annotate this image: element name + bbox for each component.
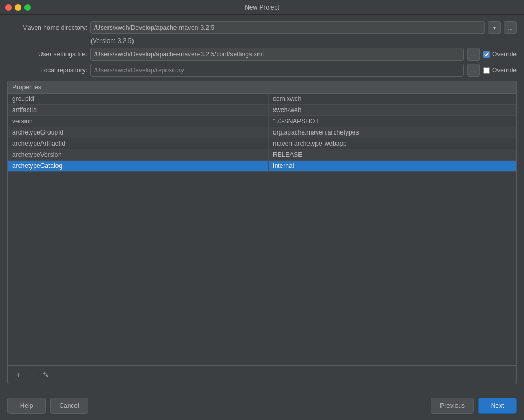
- property-key: archetypeArtifactId: [8, 138, 269, 149]
- maven-home-dropdown-button[interactable]: ▾: [488, 21, 501, 34]
- edit-property-button[interactable]: ✎: [40, 369, 52, 381]
- property-key: version: [8, 116, 269, 127]
- property-value: com.xwch: [269, 94, 516, 104]
- user-settings-override-checkbox[interactable]: [483, 51, 490, 58]
- plus-icon: +: [16, 371, 20, 379]
- window-controls[interactable]: [5, 4, 31, 11]
- properties-header: Properties: [8, 81, 516, 94]
- property-key: groupId: [8, 94, 269, 104]
- property-value: 1.0-SNAPSHOT: [269, 116, 516, 127]
- table-row[interactable]: artifactIdxwch-web: [8, 105, 516, 116]
- property-value: RELEASE: [269, 149, 516, 160]
- dots-icon: ...: [471, 51, 476, 57]
- property-value: xwch-web: [269, 105, 516, 115]
- help-button[interactable]: Help: [7, 398, 46, 414]
- title-bar: New Project: [0, 0, 524, 15]
- maven-version-text: (Version: 3.2.5): [7, 37, 517, 45]
- bottom-bar: Help Cancel Previous Next: [0, 391, 524, 420]
- local-repo-override-checkbox[interactable]: [483, 67, 490, 74]
- table-row[interactable]: archetypeCataloginternal: [8, 161, 516, 172]
- maven-home-input[interactable]: [90, 21, 485, 34]
- minimize-button[interactable]: [15, 4, 21, 11]
- user-settings-override-text: Override: [492, 51, 517, 58]
- main-content: Maven home directory: ▾ ... (Version: 3.…: [0, 15, 524, 391]
- next-button[interactable]: Next: [478, 398, 517, 414]
- minus-icon: −: [30, 371, 34, 379]
- properties-panel: Properties groupIdcom.xwchartifactIdxwch…: [7, 81, 517, 384]
- properties-table: groupIdcom.xwchartifactIdxwch-webversion…: [8, 94, 516, 365]
- table-row[interactable]: groupIdcom.xwch: [8, 94, 516, 105]
- user-settings-input[interactable]: [90, 48, 464, 61]
- table-row[interactable]: archetypeArtifactIdmaven-archetype-webap…: [8, 138, 516, 149]
- local-repo-browse-button[interactable]: ...: [467, 64, 480, 77]
- edit-icon: ✎: [43, 371, 49, 379]
- add-property-button[interactable]: +: [12, 369, 24, 381]
- local-repo-label: Local repository:: [7, 66, 87, 74]
- table-row[interactable]: archetypeGroupIdorg.apache.maven.archety…: [8, 127, 516, 138]
- user-settings-row: User settings file: ... Override: [7, 48, 517, 61]
- remove-property-button[interactable]: −: [26, 369, 38, 381]
- property-key: archetypeCatalog: [8, 161, 269, 171]
- property-key: archetypeGroupId: [8, 127, 269, 138]
- property-value: maven-archetype-webapp: [269, 138, 516, 149]
- table-row[interactable]: archetypeVersionRELEASE: [8, 149, 516, 161]
- window-title: New Project: [245, 4, 279, 11]
- local-repo-input[interactable]: [90, 64, 464, 77]
- dots-icon: ...: [508, 24, 512, 31]
- dots-icon: ...: [471, 67, 476, 73]
- local-repo-override-label: Override: [483, 66, 517, 74]
- user-settings-browse-button[interactable]: ...: [467, 48, 480, 61]
- local-repo-override-text: Override: [492, 66, 517, 74]
- property-value: org.apache.maven.archetypes: [269, 127, 516, 138]
- previous-button[interactable]: Previous: [431, 398, 474, 414]
- cancel-button[interactable]: Cancel: [50, 398, 88, 414]
- properties-toolbar: + − ✎: [8, 365, 516, 384]
- table-row[interactable]: version1.0-SNAPSHOT: [8, 116, 516, 127]
- user-settings-label: User settings file:: [7, 51, 87, 58]
- property-value: internal: [269, 161, 516, 171]
- close-button[interactable]: [5, 4, 12, 11]
- maven-home-row: Maven home directory: ▾ ...: [7, 21, 517, 34]
- user-settings-override-label: Override: [483, 51, 517, 58]
- maven-home-label: Maven home directory:: [7, 24, 87, 31]
- chevron-down-icon: ▾: [493, 25, 496, 31]
- maximize-button[interactable]: [24, 4, 31, 11]
- property-key: archetypeVersion: [8, 149, 269, 160]
- maven-home-browse-button[interactable]: ...: [504, 21, 517, 34]
- property-key: artifactId: [8, 105, 269, 115]
- local-repo-row: Local repository: ... Override: [7, 64, 517, 77]
